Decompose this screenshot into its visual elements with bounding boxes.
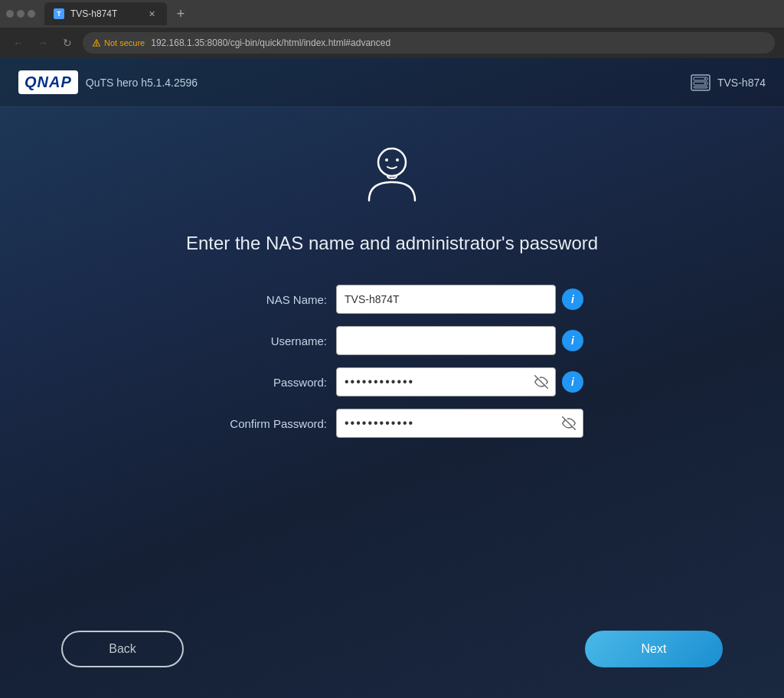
password-label: Password: — [201, 376, 327, 389]
tab-title: TVS-h874T — [70, 8, 117, 19]
password-row: Password: i — [201, 367, 583, 396]
confirm-eye-slash-icon — [562, 416, 576, 430]
form-container: NAS Name: i Username: i — [201, 285, 583, 438]
confirm-password-input-wrapper — [336, 409, 583, 438]
address-bar-row: ← → ↻ Not secure 192.168.1.35:8080/cgi-b… — [0, 28, 784, 58]
page-title: Enter the NAS name and administrator's p… — [186, 233, 598, 254]
warning-icon — [92, 38, 101, 47]
svg-point-6 — [378, 148, 406, 176]
nas-device-icon — [690, 72, 711, 93]
back-button[interactable]: Back — [61, 631, 184, 667]
url-text: 192.168.1.35:8080/cgi-bin/quick/html/ind… — [151, 38, 390, 48]
maximize-dot[interactable] — [17, 10, 24, 18]
main-content: Enter the NAS name and administrator's p… — [0, 107, 784, 698]
nas-name-input[interactable] — [336, 285, 556, 314]
back-nav-button[interactable]: ← — [9, 34, 28, 52]
window-controls — [6, 10, 35, 18]
confirm-password-row: Confirm Password: — [201, 409, 583, 438]
info-icon-3: i — [571, 376, 574, 388]
svg-point-4 — [704, 78, 706, 80]
nas-name-label: NAS Name: — [201, 293, 327, 306]
password-toggle-button[interactable] — [534, 375, 548, 389]
minimize-dot[interactable] — [6, 10, 14, 18]
bottom-buttons: Back Next — [0, 478, 784, 698]
password-info-button[interactable]: i — [562, 371, 583, 393]
confirm-password-toggle-wrapper — [336, 409, 583, 438]
password-input-wrapper: i — [336, 367, 583, 396]
device-name-text: TVS-h874 — [717, 77, 766, 89]
password-toggle-wrapper — [336, 367, 556, 396]
app-content: QNAP QuTS hero h5.1.4.2596 TVS-h874 — [0, 58, 784, 698]
confirm-password-input[interactable] — [336, 409, 583, 438]
password-input[interactable] — [336, 367, 556, 396]
address-bar[interactable]: Not secure 192.168.1.35:8080/cgi-bin/qui… — [83, 32, 775, 54]
tab-bar: T TVS-h874T ✕ + — [0, 0, 784, 28]
next-button[interactable]: Next — [585, 631, 723, 667]
svg-point-5 — [704, 83, 706, 84]
svg-point-8 — [396, 158, 399, 161]
username-input-wrapper: i — [336, 326, 583, 355]
qnap-logo-box: QNAP — [18, 70, 78, 94]
browser-chrome: T TVS-h874T ✕ + ← → ↻ Not secure 192.168… — [0, 0, 784, 58]
username-label: Username: — [201, 334, 327, 347]
active-tab[interactable]: T TVS-h874T ✕ — [44, 2, 167, 25]
header-left: QNAP QuTS hero h5.1.4.2596 — [18, 70, 198, 94]
username-row: Username: i — [201, 326, 583, 355]
qnap-logo: QNAP QuTS hero h5.1.4.2596 — [18, 70, 198, 94]
tab-close-button[interactable]: ✕ — [145, 8, 158, 20]
info-icon: i — [571, 293, 574, 305]
info-icon-2: i — [571, 334, 574, 347]
username-info-button[interactable]: i — [562, 330, 583, 351]
username-input[interactable] — [336, 326, 556, 355]
person-icon — [354, 138, 430, 214]
qnap-logo-text: QNAP — [24, 73, 72, 91]
security-indicator: Not secure — [92, 38, 145, 47]
tab-favicon: T — [54, 8, 64, 19]
new-tab-button[interactable]: + — [170, 3, 191, 24]
refresh-button[interactable]: ↻ — [58, 34, 77, 52]
nas-name-row: NAS Name: i — [201, 285, 583, 314]
security-label: Not secure — [104, 38, 145, 47]
nas-name-input-wrapper: i — [336, 285, 583, 314]
close-dot[interactable] — [28, 10, 35, 18]
eye-slash-icon — [534, 375, 548, 389]
svg-rect-3 — [694, 86, 707, 88]
confirm-password-toggle-button[interactable] — [562, 416, 576, 430]
app-header: QNAP QuTS hero h5.1.4.2596 TVS-h874 — [0, 58, 784, 107]
header-right: TVS-h874 — [690, 72, 766, 93]
qnap-subtitle: QuTS hero h5.1.4.2596 — [86, 77, 198, 89]
confirm-password-label: Confirm Password: — [201, 417, 327, 430]
person-icon-container — [354, 138, 430, 217]
nas-name-info-button[interactable]: i — [562, 289, 583, 310]
svg-point-7 — [385, 158, 388, 161]
forward-nav-button[interactable]: → — [34, 34, 52, 52]
